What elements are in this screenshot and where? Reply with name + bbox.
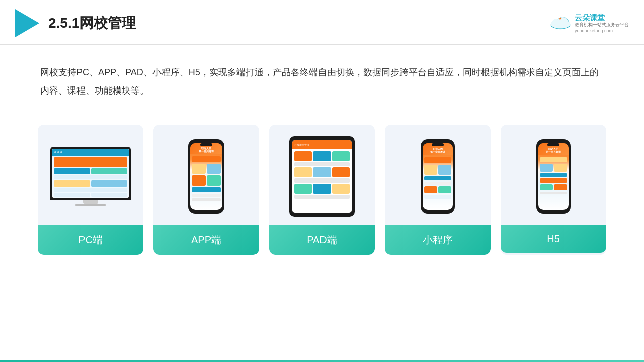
description-text: 网校支持PC、APP、PAD、小程序、H5，实现多端打通，产品各终端自由切换，数… (40, 63, 604, 100)
card-h5-label: H5 (501, 225, 606, 253)
card-miniprogram-image: 职达人的第一堂兴趣课 (385, 125, 491, 225)
card-h5-image: 职达人的第一堂兴趣课 (501, 125, 606, 225)
card-app-label: APP端 (153, 225, 259, 255)
brand-text: 云朵课堂 教育机构一站式服务云平台 yunduoketang.com (575, 13, 629, 33)
header-right: 云朵课堂 教育机构一站式服务云平台 yunduoketang.com (549, 13, 629, 33)
brand-logo: 云朵课堂 教育机构一站式服务云平台 yunduoketang.com (549, 13, 629, 33)
card-pc: PC端 (38, 125, 143, 255)
bottom-line (0, 360, 644, 362)
header-left: 2.5.1网校管理 (15, 9, 136, 37)
pc-mockup (50, 147, 131, 206)
tablet-mockup: 在线课堂管理 (289, 136, 355, 217)
app-phone-mockup: 职达人的第一堂兴趣课 (188, 139, 224, 214)
card-miniprogram: 职达人的第一堂兴趣课 (385, 125, 491, 255)
card-app: 职达人的第一堂兴趣课 (153, 125, 259, 255)
card-app-image: 职达人的第一堂兴趣课 (153, 125, 259, 225)
card-pc-label: PC端 (38, 225, 143, 255)
card-pad-label: PAD端 (269, 225, 375, 255)
miniprogram-phone-mockup: 职达人的第一堂兴趣课 (421, 139, 455, 214)
cards-container: PC端 职达人的第一堂兴趣课 (0, 115, 644, 255)
page-title: 2.5.1网校管理 (48, 14, 136, 33)
header: 2.5.1网校管理 云朵课堂 教育机构一站式服务云平台 yunduoketa (0, 0, 644, 45)
brand-name: 云朵课堂 (575, 13, 605, 22)
description: 网校支持PC、APP、PAD、小程序、H5，实现多端打通，产品各终端自由切换，数… (0, 45, 644, 110)
h5-phone-mockup: 职达人的第一堂兴趣课 (536, 139, 571, 214)
card-h5: 职达人的第一堂兴趣课 (501, 125, 606, 255)
card-pad-image: 在线课堂管理 (269, 125, 375, 225)
logo-icon (15, 9, 39, 37)
cloud-icon (549, 15, 572, 31)
card-miniprogram-label: 小程序 (385, 225, 491, 255)
brand-url: yunduoketang.com (575, 28, 613, 33)
card-pc-image (38, 125, 143, 225)
svg-point-8 (557, 17, 568, 27)
brand-tagline: 教育机构一站式服务云平台 (575, 22, 629, 28)
card-pad: 在线课堂管理 (269, 125, 375, 255)
